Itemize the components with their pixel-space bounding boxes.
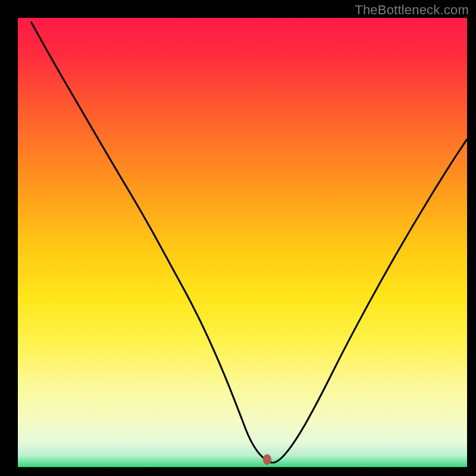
bottleneck-chart <box>0 0 476 476</box>
optimal-marker <box>263 454 271 465</box>
frame-border-right <box>467 0 476 476</box>
gradient-background <box>18 18 467 467</box>
frame-border-left <box>0 0 18 476</box>
watermark-text: TheBottleneck.com <box>355 2 469 18</box>
chart-frame: TheBottleneck.com <box>0 0 476 476</box>
frame-border-bottom <box>0 467 476 476</box>
